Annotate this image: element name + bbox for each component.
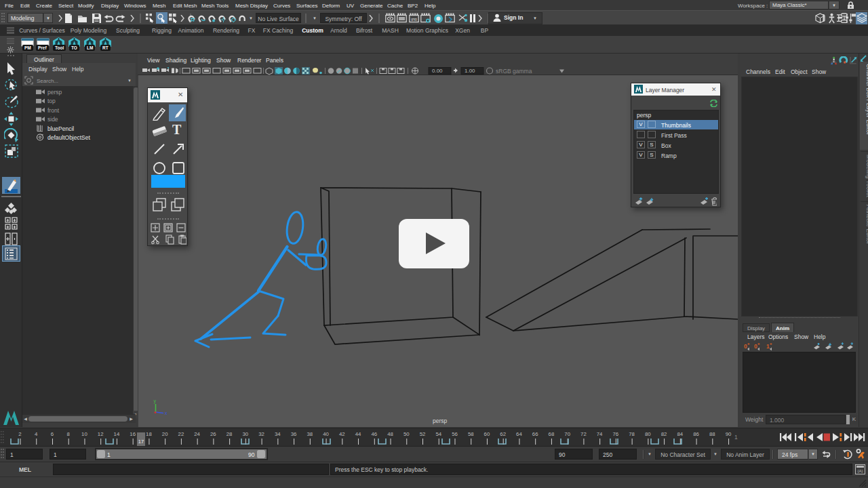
svg-text:FX: FX [248, 27, 256, 34]
svg-text:persp: persp [433, 418, 448, 424]
svg-text:Lighting: Lighting [191, 57, 211, 64]
svg-text:24: 24 [194, 431, 200, 437]
svg-text:Attribute Editor: Attribute Editor [865, 205, 868, 244]
svg-text:UV: UV [347, 3, 355, 9]
svg-text:82: 82 [661, 431, 667, 437]
svg-text:Show: Show [216, 57, 231, 64]
svg-text:Display: Display [101, 3, 119, 9]
svg-text:Animation: Animation [178, 27, 204, 34]
svg-text:BP: BP [481, 27, 489, 34]
svg-text:Renderer: Renderer [237, 57, 262, 64]
svg-text:sRGB gamma: sRGB gamma [496, 68, 532, 75]
svg-text:MASH: MASH [382, 27, 399, 34]
svg-text:Show: Show [812, 68, 827, 75]
svg-text:78: 78 [629, 431, 635, 437]
svg-text:Mesh Display: Mesh Display [235, 3, 268, 9]
svg-text:bluePencil: bluePencil [47, 125, 74, 132]
svg-text:Panels: Panels [266, 57, 283, 64]
svg-text:File: File [5, 3, 14, 9]
svg-text:Channels: Channels [746, 68, 770, 75]
svg-text:Shading: Shading [165, 57, 186, 64]
svg-text:Windows: Windows [124, 3, 146, 9]
svg-text:48: 48 [387, 431, 393, 437]
svg-text:Mesh Tools: Mesh Tools [201, 3, 229, 9]
svg-text:Edit: Edit [775, 68, 785, 75]
svg-text:38: 38 [307, 431, 313, 437]
svg-text:Curves / Surfaces: Curves / Surfaces [19, 27, 65, 34]
svg-text:12: 12 [98, 431, 104, 437]
svg-text:side: side [47, 116, 58, 123]
svg-text:Sculpting: Sculpting [116, 27, 140, 34]
svg-text:Help: Help [814, 333, 826, 340]
svg-text:32: 32 [258, 431, 264, 437]
svg-text:Edit: Edit [20, 3, 31, 9]
svg-text:Custom: Custom [302, 27, 323, 34]
svg-text:10: 10 [81, 431, 87, 437]
svg-text:80: 80 [645, 431, 651, 437]
svg-text:46: 46 [371, 431, 377, 437]
svg-text:34: 34 [275, 431, 281, 437]
svg-text:Poly Modeling: Poly Modeling [71, 27, 107, 34]
svg-text:Help: Help [72, 66, 84, 73]
svg-text:Options: Options [768, 333, 788, 340]
svg-text:6: 6 [51, 431, 54, 437]
svg-text:58: 58 [468, 431, 474, 437]
svg-text:16: 16 [130, 431, 136, 437]
svg-text:Modify: Modify [78, 3, 94, 9]
svg-text:20: 20 [162, 431, 168, 437]
svg-text:30: 30 [243, 431, 249, 437]
svg-text:Show: Show [52, 66, 67, 73]
svg-text:IPR: IPR [411, 18, 417, 22]
svg-text:84: 84 [677, 431, 683, 437]
svg-text:Select: Select [58, 3, 74, 9]
svg-text:Object: Object [791, 68, 808, 75]
svg-text:defaultObjectSet: defaultObjectSet [47, 134, 90, 141]
svg-text:Rigging: Rigging [152, 27, 172, 34]
svg-text:28: 28 [226, 431, 233, 437]
svg-text:x: x [165, 411, 167, 415]
svg-text:Mesh: Mesh [153, 3, 166, 9]
svg-text:2: 2 [18, 431, 21, 437]
svg-text:14: 14 [114, 431, 120, 437]
svg-text:8: 8 [67, 431, 70, 437]
svg-text:Help: Help [425, 3, 436, 9]
svg-text:Layers: Layers [747, 333, 765, 340]
svg-text:0: 0 [744, 343, 747, 350]
svg-text:Generate: Generate [360, 3, 383, 9]
svg-text:86: 86 [693, 431, 699, 437]
svg-text:52: 52 [420, 431, 426, 437]
svg-text:Workspace :: Workspace : [738, 3, 768, 9]
svg-text:Rendering: Rendering [213, 27, 239, 34]
svg-text:4: 4 [35, 431, 38, 437]
svg-text:Deform: Deform [322, 3, 340, 9]
svg-text:72: 72 [580, 431, 587, 437]
svg-text:17: 17 [138, 439, 144, 445]
svg-text:64: 64 [516, 431, 522, 437]
svg-text:62: 62 [500, 431, 506, 437]
svg-text:front: front [47, 107, 60, 114]
svg-text:56: 56 [452, 431, 458, 437]
svg-text:Channel Box / Layer Editor: Channel Box / Layer Editor [865, 64, 868, 135]
svg-text:1: 1 [766, 343, 770, 350]
svg-text:{A}: {A} [857, 469, 863, 473]
svg-text:22: 22 [178, 431, 184, 437]
svg-text:44: 44 [355, 431, 361, 437]
svg-text:40: 40 [323, 431, 329, 437]
svg-text:18: 18 [146, 431, 152, 437]
svg-text:50: 50 [403, 431, 410, 437]
svg-text:Modeling Toolkit: Modeling Toolkit [865, 155, 868, 197]
svg-text:36: 36 [291, 431, 297, 437]
svg-text:88: 88 [709, 431, 715, 437]
svg-text:Arnold: Arnold [330, 27, 347, 34]
svg-text:XGen: XGen [455, 27, 470, 34]
svg-text:Motion Graphics: Motion Graphics [406, 27, 448, 34]
svg-text:42: 42 [339, 431, 345, 437]
svg-text:60: 60 [484, 431, 490, 437]
svg-text:Show: Show [794, 333, 809, 340]
svg-text:1.00: 1.00 [465, 68, 475, 74]
svg-text:0.00: 0.00 [432, 68, 443, 74]
svg-text:74: 74 [597, 431, 603, 437]
svg-text:Bifrost: Bifrost [356, 27, 373, 34]
svg-text:68: 68 [549, 431, 555, 437]
svg-text:Edit Mesh: Edit Mesh [173, 3, 197, 9]
